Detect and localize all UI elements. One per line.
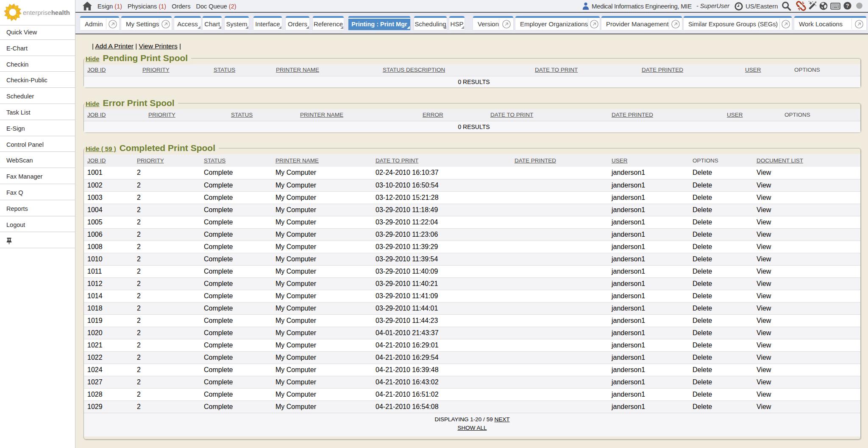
svg-text:?: ? bbox=[846, 3, 849, 9]
